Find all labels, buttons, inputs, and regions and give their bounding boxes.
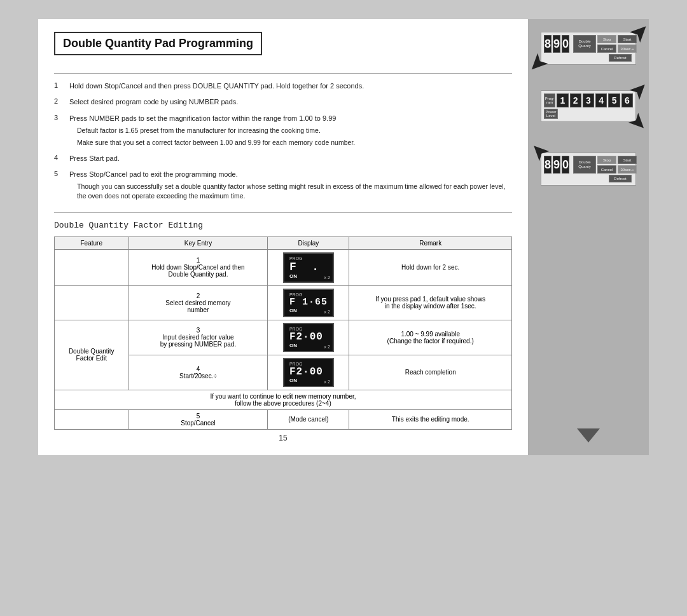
key-entry-cell-4: 4 Start/20sec.÷ (128, 355, 268, 390)
instruction-text-1: Hold down Stop/Cancel and then press DOU… (69, 81, 364, 91)
keypad-right-col-2: Stop Cancel (597, 35, 616, 53)
table-row-5: 5 Stop/Cancel (Mode cancel) This exits t… (55, 409, 512, 429)
display-main-3: F2·00 (289, 331, 323, 343)
row1-num: 1 (197, 257, 200, 264)
key-8-1: 8 (544, 35, 552, 53)
key-entry-cell-5: 5 Stop/Cancel (128, 409, 268, 429)
remark-text-2: If you press pad 1, default value showsi… (375, 296, 485, 310)
feature-cell-1 (55, 249, 129, 285)
display-main-4: F2·00 (289, 366, 323, 378)
row2-num: 2 (197, 292, 200, 299)
display-cell-3: PROG F2·00 ON x 2 (268, 320, 349, 355)
display-main-1: F . (289, 261, 319, 273)
key-cancel-1: Cancel (597, 44, 616, 53)
instruction-text-2: Select desired program code by using NUM… (69, 97, 238, 107)
table-header-row: Feature Key Entry Display Remark (55, 236, 512, 249)
row4-key: Start/20sec.÷ (179, 373, 217, 380)
keypad-row-3: 8 9 0 DoubleQuanty Stop Cancel Start 30s… (544, 156, 633, 174)
key-9-1: 9 (553, 35, 560, 53)
middle-divider (54, 212, 512, 213)
continue-text: If you want to continue to edit new memo… (210, 393, 356, 407)
row1-key: Hold down Stop/Cancel and thenDouble Qua… (151, 264, 244, 278)
display-on-3: ON (289, 343, 297, 348)
key-4-2: 4 (595, 93, 607, 107)
keypad-diagram-3: 8 9 0 DoubleQuanty Stop Cancel Start 30s… (541, 153, 636, 186)
page-title: Double Quantity Pad Programming (63, 37, 253, 50)
keypad-num-row: Prog-ram 1 2 3 4 5 6 (544, 93, 633, 107)
display-main-2: F 1·65 (289, 297, 328, 308)
key-stop-1: Stop (597, 35, 616, 43)
key-power-2: PowerLevel (544, 109, 558, 119)
key-entry-cell-3: 3 Input desired factor valueby pressing … (128, 320, 268, 355)
instruction-1: 1 Hold down Stop/Cancel and then press D… (54, 81, 512, 91)
instruction-4: 4 Press Start pad. (54, 154, 512, 163)
display-on-2: ON (289, 308, 297, 313)
key-0-3: 0 (562, 156, 569, 174)
display-on-4: ON (289, 378, 297, 383)
key-9-3: 9 (553, 156, 560, 174)
keypad-diagram-2: Prog-ram 1 2 3 4 5 6 PowerLevel (541, 90, 636, 122)
remark-cell-3: 1.00 ~ 9.99 available(Change the factor … (349, 320, 512, 355)
keypad-right-col-3c: Start 30sec.+ (618, 156, 637, 174)
page-number: 15 (54, 434, 512, 442)
feature-cell-main: Double QuantityFactor Edit (55, 320, 129, 390)
display-x2-3: x 2 (324, 345, 330, 349)
remark-cell-1: Hold down for 2 sec. (349, 249, 512, 285)
defrost-row-3: Defrost (544, 175, 633, 182)
instruction-num-1: 1 (54, 81, 63, 91)
page-container: Double Quantity Pad Programming 1 Hold d… (38, 19, 649, 455)
display-prog-4: PROG (289, 362, 303, 366)
feature-cell-2 (55, 285, 129, 320)
display-prog-2: PROG (289, 292, 303, 297)
display-box-3: PROG F2·00 ON x 2 (283, 323, 334, 352)
key-1-2: 1 (557, 93, 568, 107)
factor-table: Feature Key Entry Display Remark 1 Hold … (54, 236, 512, 430)
feature-cell-5 (55, 409, 129, 429)
display-box-4: PROG F2·00 ON x 2 (283, 358, 334, 387)
display-prog-1: PROG (289, 256, 303, 261)
display-mode-cancel: (Mode cancel) (288, 416, 328, 423)
defrost-row-1: Defrost (544, 54, 633, 62)
display-prog-3: PROG (289, 327, 303, 331)
instruction-num-3: 3 (54, 114, 63, 147)
table-row-3: Double QuantityFactor Edit 3 Input desir… (55, 320, 512, 355)
key-5-2: 5 (608, 93, 620, 107)
display-on-1: ON (289, 273, 297, 279)
row3-num: 3 (197, 327, 200, 334)
display-cell-5: (Mode cancel) (268, 409, 349, 429)
display-box-2: PROG F 1·65 ON x 2 (283, 289, 334, 317)
key-8-3: 8 (544, 156, 552, 174)
page-title-box: Double Quantity Pad Programming (54, 32, 262, 55)
keypad-diagram-2-wrapper: Prog-ram 1 2 3 4 5 6 PowerLevel ➤ ➤ (541, 90, 636, 122)
display-cell-1: PROG F . ON x 2 (268, 249, 349, 285)
key-entry-cell-1: 1 Hold down Stop/Cancel and thenDouble Q… (128, 249, 268, 285)
key-0-1: 0 (562, 35, 569, 53)
keypad-right-col-1: DoubleQuanty (573, 35, 596, 53)
key-30sec-3: 30sec.+ (618, 165, 637, 174)
remark-cell-2: If you press pad 1, default value showsi… (349, 285, 512, 320)
key-3-2: 3 (583, 93, 594, 107)
top-divider (54, 73, 512, 74)
instruction-5-sub1: Though you can successfully set a double… (77, 182, 512, 200)
keypad-right-col-3a: DoubleQuanty (573, 156, 596, 174)
key-2-2: 2 (570, 93, 581, 107)
instruction-3-sub2: Make sure that you set a correct factor … (77, 138, 355, 147)
power-level-row: PowerLevel (544, 109, 633, 119)
continue-cell: If you want to continue to edit new memo… (55, 390, 512, 409)
display-cell-2: PROG F 1·65 ON x 2 (268, 285, 349, 320)
col-header-keyentry: Key Entry (128, 236, 268, 249)
remark-cell-4: Reach completion (349, 355, 512, 390)
keypad-row-1: 8 9 0 DoubleQuanty Stop Cancel Start 30s… (544, 35, 633, 53)
instruction-2: 2 Select desired program code by using N… (54, 97, 512, 107)
col-header-remark: Remark (349, 236, 512, 249)
row5-num: 5 (197, 413, 200, 420)
table-row-1: 1 Hold down Stop/Cancel and thenDouble Q… (55, 249, 512, 285)
key-double-qty-3: DoubleQuanty (573, 156, 596, 174)
row4-num: 4 (197, 366, 200, 373)
instruction-text-4: Press Start pad. (69, 154, 120, 163)
instruction-5: 5 Press Stop/Cancel pad to exit the prog… (54, 170, 512, 201)
key-defrost-3: Defrost (609, 175, 632, 182)
col-header-feature: Feature (55, 236, 129, 249)
key-cancel-3: Cancel (597, 165, 616, 174)
keypad-diagram-3-wrapper: 8 9 0 DoubleQuanty Stop Cancel Start 30s… (541, 153, 636, 186)
